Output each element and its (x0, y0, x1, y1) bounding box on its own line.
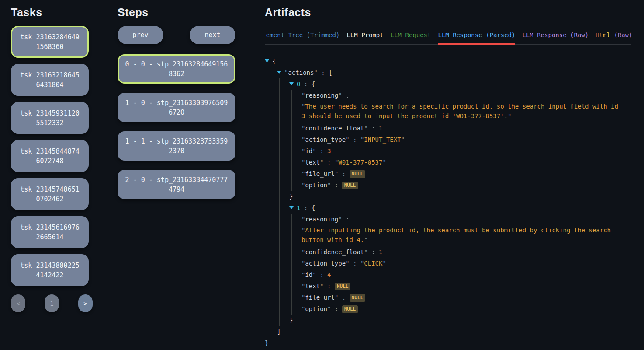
step-button[interactable]: 0 - 0 - stp_231632846491568362 (118, 54, 235, 84)
steps-title: Steps (118, 6, 235, 19)
quote: " (382, 159, 386, 166)
open-bracket: { (312, 80, 315, 88)
task-button[interactable]: tsk_231632846491568360 (11, 26, 89, 58)
json-key: option (305, 305, 327, 312)
tab-label-rest: (Raw) (610, 32, 631, 38)
json-key: text (305, 283, 320, 290)
json-row: 1 : { (289, 202, 631, 214)
quote: " (338, 216, 342, 223)
pagination-page-button[interactable]: 1 (45, 294, 59, 312)
task-button[interactable]: tsk_231459311205512332 (11, 102, 89, 134)
task-button[interactable]: tsk_231632186456431804 (11, 64, 89, 96)
step-list: 0 - 0 - stp_2316328464915683621 - 0 - st… (118, 54, 235, 199)
colon: : (324, 159, 335, 166)
colon: : (316, 271, 327, 278)
app-window: Tasks tsk_231632846491568360tsk_23163218… (0, 0, 644, 350)
json-row: "actions" : [ (277, 67, 631, 78)
quote: " (312, 147, 316, 154)
colon: : (300, 204, 311, 211)
task-button[interactable]: tsk_231457486510702462 (11, 178, 89, 210)
tasks-pagination: < 1 > (11, 294, 93, 312)
json-row: "file_url" : NULL (301, 292, 631, 303)
task-list: tsk_231632846491568360tsk_23163218645643… (11, 26, 89, 286)
tab-html-raw[interactable]: Html (Raw) (596, 30, 631, 45)
pagination-next-button[interactable]: > (78, 294, 93, 312)
quote: " (346, 260, 349, 267)
tasks-title: Tasks (11, 6, 89, 19)
json-key: confidence_float (305, 125, 364, 132)
quote: " (382, 260, 386, 267)
json-key: confidence_float (305, 248, 364, 256)
json-key: file_url (305, 170, 334, 177)
json-children: "reasoning" :"The user needs to search f… (291, 90, 631, 191)
quote: " (312, 271, 316, 278)
steps-prev-button[interactable]: prev (118, 26, 163, 44)
collapse-arrow-icon[interactable] (265, 57, 272, 66)
json-row: "reasoning" : (301, 90, 631, 101)
json-row: 0 : { (289, 78, 631, 90)
json-row: "action_type" : "INPUT_TEXT" (301, 134, 631, 145)
json-row: } (289, 315, 631, 326)
open-bracket: { (272, 58, 276, 65)
quote: " (508, 112, 511, 119)
json-key: text (305, 159, 320, 166)
colon: : (350, 260, 360, 267)
collapse-arrow-icon[interactable] (289, 203, 297, 213)
json-row: ] (277, 326, 631, 337)
json-key: actions (288, 69, 314, 76)
steps-next-button[interactable]: next (190, 26, 235, 44)
task-button[interactable]: tsk_231458448746072748 (11, 140, 89, 172)
null-badge: NULL (350, 170, 366, 178)
json-row: } (265, 337, 631, 349)
json-row: "text" : "W01-377-8537" (301, 157, 631, 168)
json-key: id (305, 147, 312, 154)
number-value: 1 (379, 248, 382, 256)
string-value: INPUT_TEXT (364, 136, 401, 143)
colon: : (368, 248, 379, 256)
step-button[interactable]: 2 - 0 - stp_231633344707774794 (118, 170, 235, 199)
json-row: } (289, 191, 631, 202)
json-row: "action_type" : "CLICK" (301, 258, 631, 269)
json-children: "actions" : [0 : {"reasoning" :"The user… (267, 67, 631, 337)
collapse-arrow-icon[interactable] (289, 80, 297, 89)
json-key: action_type (305, 260, 346, 267)
null-badge: NULL (342, 305, 358, 313)
tasks-panel: Tasks tsk_231632846491568360tsk_23163218… (11, 0, 89, 350)
close-bracket: } (289, 317, 293, 324)
colon: : (350, 136, 360, 143)
json-key: option (305, 182, 327, 189)
json-string-value: "The user needs to search for a specific… (301, 101, 623, 122)
null-badge: NULL (350, 294, 366, 302)
number-value: 1 (379, 125, 382, 132)
json-key: reasoning (305, 216, 338, 223)
colon: : (324, 283, 335, 290)
close-bracket: } (265, 340, 268, 346)
tab-llm-prompt[interactable]: LLM Prompt (346, 30, 383, 45)
json-row: "confidence_float" : 1 (301, 122, 631, 134)
quote: " (401, 136, 405, 143)
json-row: "file_url" : NULL (301, 168, 631, 179)
json-row: "option" : NULL (301, 303, 631, 315)
tab-element-tree-trimmed[interactable]: Element Tree (Trimmed) (265, 30, 339, 45)
colon: : (342, 92, 350, 99)
json-row: "id" : 4 (301, 269, 631, 280)
json-tree-viewer: {"actions" : [0 : {"reasoning" :"The use… (265, 56, 631, 349)
collapse-arrow-icon[interactable] (277, 68, 284, 77)
step-button[interactable]: 1 - 1 - stp_231633237333592370 (118, 131, 235, 161)
task-button[interactable]: tsk_231438802254142422 (11, 254, 89, 286)
json-row: "text" : NULL (301, 280, 631, 292)
tab-llm-response-parsed[interactable]: LLM Response (Parsed) (438, 30, 515, 45)
step-button[interactable]: 1 - 0 - stp_231633039765096720 (118, 93, 235, 122)
tab-llm-response-raw[interactable]: LLM Response (Raw) (522, 30, 589, 45)
quote: " (320, 283, 323, 290)
quote: " (338, 92, 342, 99)
string-text: The user needs to search for a specific … (301, 103, 618, 119)
artifacts-title: Artifacts (265, 6, 631, 19)
quote: " (314, 69, 317, 76)
quote: " (364, 248, 367, 256)
task-button[interactable]: tsk_231456169762665614 (11, 216, 89, 248)
pagination-prev-button[interactable]: < (11, 294, 25, 312)
tab-llm-request[interactable]: LLM Request (391, 30, 431, 45)
string-text: After inputting the product id, the sear… (301, 227, 611, 243)
string-value: W01-377-8537 (338, 159, 382, 166)
